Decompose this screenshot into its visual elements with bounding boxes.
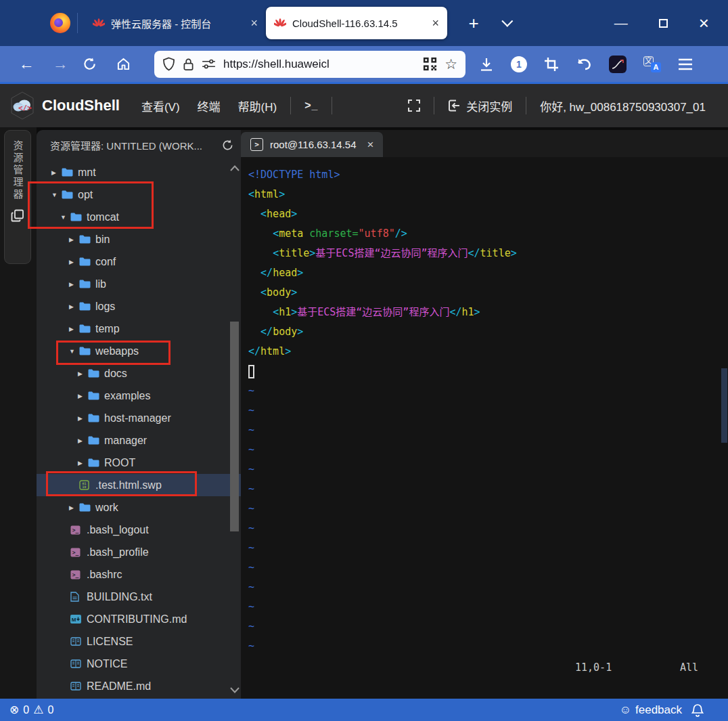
extension-icon-dark[interactable] (609, 56, 627, 73)
tree-item-bin[interactable]: ▶bin (37, 228, 241, 250)
window-minimize-button[interactable]: — (614, 16, 628, 31)
home-button[interactable] (116, 57, 139, 71)
forward-button[interactable]: → (49, 55, 72, 73)
downloads-button[interactable] (479, 57, 494, 72)
folder-icon (79, 503, 95, 512)
code-line: <!DOCTYPE html> (248, 165, 728, 185)
close-instance-button[interactable]: 关闭实例 (448, 97, 512, 114)
vim-tilde: ~ (248, 420, 728, 440)
chevron-collapsed-icon: ▶ (69, 236, 79, 243)
tree-item-CONTRIBUTING.md[interactable]: MCONTRIBUTING.md (37, 608, 241, 630)
back-button[interactable]: ← (15, 55, 38, 73)
error-count[interactable]: 0 (23, 704, 29, 716)
shield-icon[interactable] (162, 57, 175, 71)
menu-button[interactable] (678, 58, 693, 70)
resource-manager-label: 资源管理器 (11, 140, 25, 201)
tree-item-lib[interactable]: ▶lib (37, 273, 241, 295)
translate-target-glyph: A (651, 62, 661, 72)
shell-file-icon: >_ (70, 570, 87, 580)
tab-close-icon[interactable]: × (432, 17, 439, 29)
refresh-icon[interactable] (221, 139, 234, 152)
urlbar[interactable]: https://shell.huaweicl ☆ (154, 51, 465, 78)
explorer-scrollbar-thumb[interactable] (230, 322, 239, 531)
tab-close-icon[interactable]: × (250, 17, 258, 29)
terminal-prompt-icon[interactable]: >_ (304, 100, 318, 112)
reload-button[interactable] (83, 57, 106, 71)
vim-tilde: ~ (248, 597, 728, 617)
screenshot-crop-icon[interactable] (544, 57, 559, 72)
tree-item-LICENSE[interactable]: LICENSE (37, 630, 241, 653)
window-close-button[interactable]: × (699, 13, 709, 34)
bookmark-star-icon[interactable]: ☆ (445, 56, 457, 72)
menu-help[interactable]: 帮助(H) (238, 97, 277, 114)
resource-manager-tab[interactable]: 资源管理器 (4, 130, 31, 264)
new-tab-button[interactable]: + (462, 13, 485, 34)
folder-icon (88, 458, 104, 467)
warning-icon[interactable]: ⚠ (33, 703, 43, 717)
tree-item-opt[interactable]: ▼opt (37, 183, 241, 206)
tree-item-.bashrc[interactable]: >_.bashrc (37, 563, 241, 586)
translate-icon[interactable]: 文 A (643, 56, 661, 72)
tree-item-README.md[interactable]: README.md (37, 675, 241, 697)
explorer-header: 资源管理器: UNTITLED (WORK... (37, 130, 241, 160)
chevron-collapsed-icon: ▶ (78, 393, 88, 399)
menu-terminal[interactable]: 终端 (198, 97, 221, 114)
feedback-button[interactable]: ☺ feedback (620, 703, 682, 717)
scroll-down-icon[interactable] (230, 687, 240, 693)
firefox-view-icon[interactable] (50, 13, 70, 33)
code-line: <head> (248, 204, 728, 224)
chevron-collapsed-icon: ▶ (51, 169, 62, 176)
tree-item-.bash-logout[interactable]: >_.bash_logout (37, 519, 241, 541)
browser-tab-console[interactable]: 弹性云服务器 - 控制台 × (85, 7, 266, 39)
tree-item-examples[interactable]: ▶examples (37, 385, 241, 407)
terminal-scrollbar-thumb[interactable] (721, 368, 727, 443)
tree-item-logs[interactable]: ▶logs (37, 295, 241, 318)
error-icon[interactable]: ⊗ (9, 703, 19, 717)
tree-item-NOTICE[interactable]: NOTICE (37, 653, 241, 675)
tree-item-mnt[interactable]: ▶mnt (37, 161, 241, 183)
terminal-code[interactable]: <!DOCTYPE html><html> <head> <meta chars… (241, 157, 728, 656)
warning-count[interactable]: 0 (47, 704, 53, 716)
code-line: <h1>基于ECS搭建“边云协同”程序入门</h1> (248, 303, 728, 322)
fullscreen-icon[interactable] (408, 100, 420, 112)
vim-tilde: ~ (248, 499, 728, 519)
url-text[interactable]: https://shell.huaweicl (223, 58, 415, 71)
browser-tab-cloudshell[interactable]: CloudShell-116.63.14.5 × (266, 7, 447, 39)
huawei-favicon-icon (93, 18, 105, 28)
tree-item-webapps[interactable]: ▼webapps (37, 340, 241, 362)
tree-item-host-manager[interactable]: ▶host-manager (37, 407, 241, 429)
tree-item-manager[interactable]: ▶manager (37, 429, 241, 452)
folder-icon (88, 369, 104, 378)
tree-item-label: ROOT (104, 457, 135, 469)
terminal-tab-close-icon[interactable]: × (367, 138, 374, 152)
tree-item-conf[interactable]: ▶conf (37, 250, 241, 273)
header-separator (332, 97, 332, 114)
activity-bar: 资源管理器 (0, 127, 37, 699)
tree-item-BUILDING.txt[interactable]: BUILDING.txt (37, 586, 241, 608)
notification-badge[interactable]: 1 (511, 56, 527, 72)
permissions-icon[interactable] (202, 59, 216, 69)
menu-view[interactable]: 查看(V) (141, 97, 180, 114)
tree-item-label: work (95, 502, 118, 514)
binary-file-icon: 0110 (79, 480, 95, 490)
tree-item-label: docs (104, 368, 127, 380)
qr-code-icon[interactable] (423, 57, 437, 71)
bell-icon[interactable] (691, 703, 704, 717)
tree-item-work[interactable]: ▶work (37, 496, 241, 519)
tree-item-label: tomcat (87, 211, 119, 223)
terminal-tab[interactable]: > root@116.63.14.54 × (241, 132, 383, 157)
scroll-up-icon[interactable] (230, 165, 240, 171)
tree-item-.bash-profile[interactable]: >_.bash_profile (37, 541, 241, 563)
tree-item-ROOT[interactable]: ▶ROOT (37, 452, 241, 474)
undo-icon[interactable] (576, 57, 592, 72)
header-separator (526, 97, 526, 114)
tree-item-.test.html.swp[interactable]: 0110.test.html.swp (37, 474, 241, 496)
tree-item-tomcat[interactable]: ▼tomcat (37, 206, 241, 228)
tree-item-label: LICENSE (87, 636, 133, 648)
feedback-label: feedback (635, 703, 682, 717)
window-maximize-button[interactable] (659, 19, 668, 28)
lock-icon[interactable] (183, 58, 194, 71)
tree-item-docs[interactable]: ▶docs (37, 362, 241, 385)
tab-list-dropdown-icon[interactable] (501, 16, 513, 27)
tree-item-temp[interactable]: ▶temp (37, 318, 241, 340)
